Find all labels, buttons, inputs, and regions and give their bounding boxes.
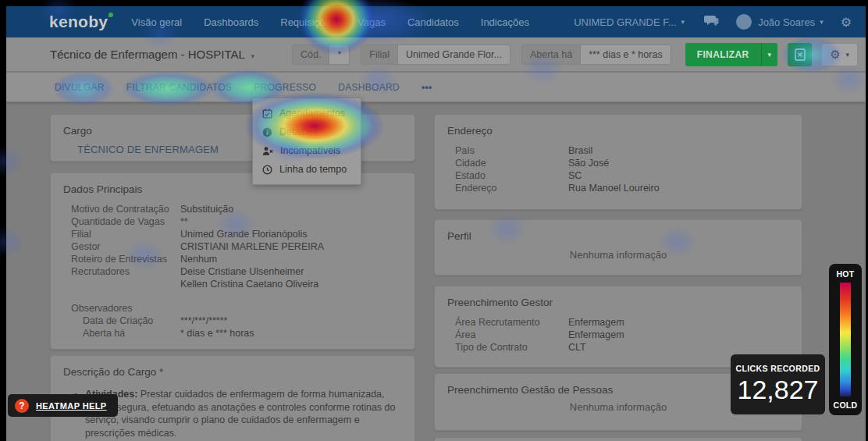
legend-cold-label: COLD: [834, 400, 858, 410]
tab-filtrar-candidatos[interactable]: FILTRAR CANDIDATOS: [126, 82, 232, 93]
nav-menu: Visão geral Dashboards Requisições Vagas…: [131, 16, 551, 28]
export-excel-button[interactable]: [788, 43, 812, 66]
nav-item-dashboards[interactable]: Dashboards: [204, 16, 258, 28]
row-filial-value: Unimed Grande Florianópolis: [180, 229, 308, 241]
tab-overflow-menu[interactable]: •••: [422, 82, 432, 93]
row-area-recrutamento: Área Recrutamento Enfermagem: [455, 317, 792, 329]
finalizar-caret-icon[interactable]: ▾: [761, 43, 778, 66]
perfil-empty-text: Nenhuma informação: [435, 249, 802, 261]
row-roteiro-label: Roteiro de Entrevistas: [71, 254, 180, 266]
row-estado-value: SC: [568, 170, 582, 183]
row-recrutadores: Recrutadores Deise Cristiane Ulsenheimer: [71, 266, 405, 279]
tab-overflow-dropdown: Agendamentos Detalhes Incompatíveis: [252, 98, 361, 185]
field-codigo-label: Cód.: [293, 45, 329, 64]
menu-item-agendamentos-label: Agendamentos: [279, 108, 345, 119]
job-title-dropdown[interactable]: Técnico de Enfermagem - HOSPITAL ▾: [50, 48, 254, 61]
row-area-value: Enfermagem: [568, 329, 624, 342]
finalizar-split-button[interactable]: FINALIZAR ▾: [685, 43, 777, 66]
row-area-recrutamento-value: Enfermagem: [568, 317, 624, 329]
card-descricao-title: Descrição do Cargo *: [51, 356, 414, 383]
row-motivo: Motivo de Contratação Substituição: [71, 204, 405, 216]
menu-item-agendamentos[interactable]: Agendamentos: [253, 104, 361, 123]
row-tipo-contrato: Tipo de Contrato CLT: [455, 342, 792, 354]
clicks-recorded-label: CLICKS RECORDED: [731, 364, 825, 373]
row-endereco: Endereço Rua Manoel Loureiro: [455, 183, 792, 195]
row-tipo-contrato-value: CLT: [568, 342, 586, 354]
row-aberta-ha-value: * dias e *** horas: [180, 328, 254, 340]
row-estado-label: Estado: [455, 170, 568, 183]
account-selector[interactable]: UNIMED GRANDE F...: [574, 16, 676, 28]
row-vagas: Quantidade de Vagas **: [71, 216, 405, 229]
row-data-criacao: Data de Criação ***/***/*****: [71, 315, 405, 328]
row-pais-value: Brasil: [568, 145, 592, 158]
card-gestor-title: Preenchimento Gestor: [435, 286, 802, 314]
card-perfil: Perfil Nenhuma informação: [434, 219, 802, 276]
field-codigo: Cód. *: [292, 44, 350, 65]
tab-dashboard[interactable]: DASHBOARD: [338, 82, 400, 93]
field-filial: Filial Unimed Grande Flor...: [361, 44, 510, 65]
row-aberta-ha-label: Aberta há: [83, 328, 180, 340]
card-perfil-title: Perfil: [435, 220, 802, 247]
tab-progresso[interactable]: PROGRESSO: [254, 82, 316, 93]
logo-text: kenoby: [49, 12, 108, 30]
descricao-bullet: Atividades: Prestar cuidados de enfermag…: [85, 388, 397, 439]
row-area-recrutamento-label: Área Recrutamento: [455, 317, 568, 329]
row-endereco-label: Endereço: [455, 183, 568, 195]
settings-gear-icon[interactable]: ⚙: [841, 15, 852, 30]
field-aberta-ha: Aberta há *** dias e * horas: [521, 44, 671, 65]
job-meta-fields: Cód. * Filial Unimed Grande Flor... Aber…: [292, 43, 858, 66]
nav-item-candidatos[interactable]: Candidatos: [407, 16, 459, 28]
gestor-rows: Área Recrutamento Enfermagem Área Enferm…: [435, 314, 802, 354]
row-area: Área Enfermagem: [455, 329, 792, 342]
row-cidade: Cidade São José: [455, 158, 792, 170]
row-roteiro-value: Nenhum: [180, 254, 217, 266]
user-avatar[interactable]: [736, 14, 752, 30]
row-cidade-value: São José: [568, 158, 609, 170]
top-navbar: kenoby Visão geral Dashboards Requisiçõe…: [6, 6, 866, 37]
tab-divulgar[interactable]: DIVULGAR: [55, 82, 105, 93]
person-x-icon: [262, 146, 273, 156]
job-settings-caret-icon: ▾: [846, 51, 850, 59]
user-menu[interactable]: João Soares: [758, 16, 815, 28]
question-mark-icon: ?: [15, 399, 29, 413]
row-motivo-label: Motivo de Contratação: [71, 204, 180, 216]
info-icon: [262, 127, 272, 137]
row-observadores-label: Observadores: [71, 303, 180, 315]
field-codigo-value: *: [329, 45, 349, 64]
row-gestor-label: Gestor: [71, 241, 180, 254]
legend-hot-label: HOT: [836, 269, 854, 279]
heatmap-screenshot: kenoby Visão geral Dashboards Requisiçõe…: [0, 0, 868, 441]
menu-item-detalhes[interactable]: Detalhes: [253, 123, 361, 141]
job-settings-button[interactable]: ⚙ ▾: [821, 43, 858, 66]
legend-gradient-bar: [840, 283, 851, 397]
nav-item-vagas[interactable]: Vagas: [358, 16, 386, 28]
row-recrutadores-2-label: [71, 279, 180, 291]
nav-item-requisicoes[interactable]: Requisições: [280, 16, 336, 28]
logo-leaf-icon: [108, 12, 113, 17]
menu-item-linha-do-tempo[interactable]: Linha do tempo: [253, 160, 361, 179]
heatmap-help-button[interactable]: ? HEATMAP HELP: [8, 394, 118, 417]
job-tabstrip: DIVULGAR FILTRAR CANDIDATOS PROGRESSO DA…: [6, 73, 866, 102]
card-dados-principais: Dados Principais Motivo de Contratação S…: [50, 172, 415, 350]
chat-icon[interactable]: [703, 15, 719, 30]
row-data-criacao-label: Data de Criação: [83, 315, 180, 328]
row-motivo-value: Substituição: [180, 204, 233, 216]
clicks-recorded-value: 12,827: [731, 375, 825, 405]
field-aberta-ha-value: *** dias e * horas: [581, 45, 671, 64]
row-gestor: Gestor CRISTIANI MARLENE PEREIRA: [71, 241, 405, 254]
user-caret-icon: ▾: [820, 18, 824, 26]
clicks-recorded-box: CLICKS RECORDED 12,827: [731, 354, 825, 414]
nav-item-visao-geral[interactable]: Visão geral: [131, 16, 182, 28]
nav-right-cluster: UNIMED GRANDE F... ▾ João Soares ▾ ⚙: [574, 14, 852, 30]
row-area-label: Área: [455, 329, 568, 342]
menu-item-incompativeis-label: Incompatíveis: [280, 145, 340, 156]
heatmap-legend: HOT COLD: [829, 264, 862, 415]
card-endereco: Endereço País Brasil Cidade São José Est…: [434, 114, 802, 210]
row-recrutadores-value-1: Deise Cristiane Ulsenheimer: [180, 266, 304, 279]
menu-item-incompativeis[interactable]: Incompatíveis: [253, 141, 361, 160]
kenoby-logo[interactable]: kenoby: [49, 12, 108, 31]
clock-icon: [262, 165, 272, 175]
nav-item-indicacoes[interactable]: Indicações: [481, 16, 529, 28]
field-filial-label: Filial: [361, 45, 398, 64]
finalizar-button[interactable]: FINALIZAR: [685, 43, 761, 66]
